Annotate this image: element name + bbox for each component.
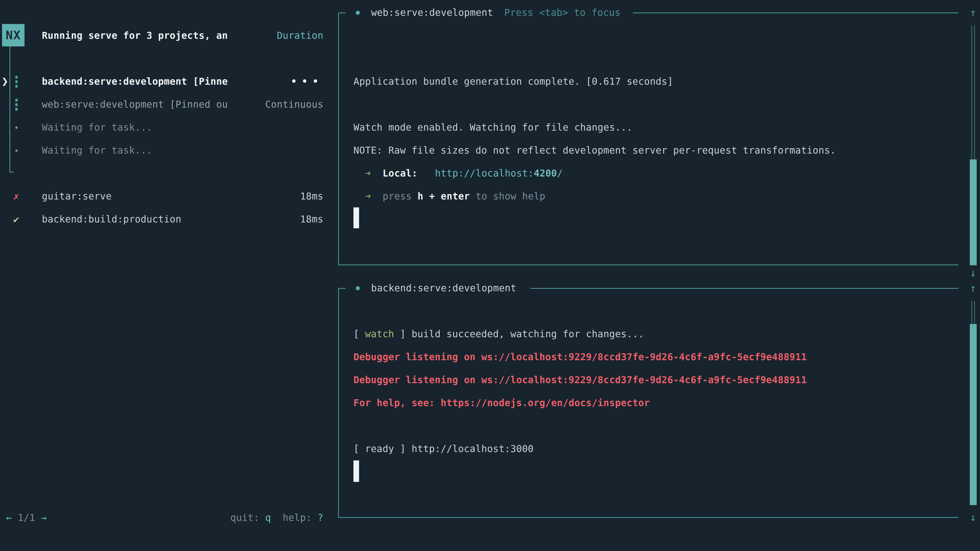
press-keys: h + enter bbox=[417, 191, 470, 202]
task-label: guitar:serve bbox=[42, 189, 111, 204]
watch-tag: watch bbox=[365, 329, 394, 340]
page-next-arrow[interactable]: → bbox=[41, 512, 47, 523]
task-label: web:serve:development [Pinned ou bbox=[42, 97, 228, 112]
duration-column-header: Duration bbox=[277, 28, 323, 43]
pane-status-dot-icon bbox=[356, 11, 360, 15]
running-spinner-icon: ••• bbox=[291, 74, 323, 89]
task-label: backend:build:production bbox=[42, 212, 181, 227]
scrollbar-thumb[interactable] bbox=[970, 159, 977, 265]
log-line-local-url: ➜ Local: http://localhost:4200/ bbox=[365, 166, 563, 181]
waiting-bullet-icon bbox=[15, 127, 18, 129]
log-line-watch-succeeded: [ watch ] build succeeded, watching for … bbox=[353, 327, 644, 342]
local-url-base[interactable]: http://localhost: bbox=[435, 168, 534, 179]
task-status: Continuous bbox=[265, 97, 323, 112]
task-duration: 18ms bbox=[300, 212, 323, 227]
sidebar-header: Running serve for 3 projects, an Duratio… bbox=[0, 28, 338, 43]
task-row-waiting-2[interactable]: Waiting for task... bbox=[0, 143, 338, 158]
task-row-waiting-1[interactable]: Waiting for task... bbox=[0, 120, 338, 135]
prompt-arrow-icon: ➜ bbox=[365, 191, 371, 202]
border-tick bbox=[339, 288, 345, 289]
scroll-down-arrow[interactable]: ↓ bbox=[967, 510, 979, 525]
focus-hint: Press <tab> to focus bbox=[504, 5, 620, 21]
scrollbar-track[interactable] bbox=[971, 25, 975, 159]
pane-title-bar: web:serve:development Press <tab> to foc… bbox=[339, 5, 958, 21]
sidebar-footer: ← 1/1 → quit: q help: ? bbox=[0, 510, 338, 526]
border-tick bbox=[339, 13, 345, 13]
quit-key[interactable]: q bbox=[265, 512, 271, 523]
scroll-up-arrow[interactable]: ↑ bbox=[967, 281, 979, 296]
scroll-down-arrow[interactable]: ↓ bbox=[967, 265, 979, 281]
log-line-note: NOTE: Raw file sizes do not reflect deve… bbox=[353, 143, 836, 158]
pane-title-bar: backend:serve:development bbox=[339, 281, 958, 296]
keybind-hints: quit: q help: ? bbox=[231, 510, 323, 526]
press-suffix: to show help bbox=[470, 191, 546, 202]
pinned-indicator-icon bbox=[15, 76, 18, 88]
scroll-up-arrow[interactable]: ↑ bbox=[967, 5, 979, 21]
run-summary-title: Running serve for 3 projects, an bbox=[42, 28, 228, 43]
task-row-backend-build[interactable]: ✔ backend:build:production 18ms bbox=[0, 212, 338, 227]
scrollbar-track[interactable] bbox=[971, 301, 975, 324]
task-label: Waiting for task... bbox=[42, 143, 152, 158]
task-duration: 18ms bbox=[300, 189, 323, 204]
pinned-indicator-icon bbox=[15, 99, 18, 111]
failed-x-icon: ✗ bbox=[13, 189, 19, 204]
prompt-arrow-icon: ➜ bbox=[365, 168, 371, 179]
terminal-pane-backend-serve[interactable]: backend:serve:development [ watch ] buil… bbox=[338, 288, 958, 518]
press-prefix: press bbox=[383, 191, 417, 202]
task-row-guitar-serve[interactable]: ✗ guitar:serve 18ms bbox=[0, 189, 338, 204]
success-check-icon: ✔ bbox=[13, 212, 19, 227]
watch-message: build succeeded, watching for changes... bbox=[412, 329, 644, 340]
bracket-close: ] bbox=[394, 329, 411, 340]
bracket-open: [ bbox=[353, 329, 365, 340]
terminal-pane-web-serve[interactable]: web:serve:development Press <tab> to foc… bbox=[338, 13, 958, 265]
pagination: ← 1/1 → bbox=[6, 510, 47, 526]
log-line-debugger-2: Debugger listening on ws://localhost:922… bbox=[353, 372, 807, 388]
help-key[interactable]: ? bbox=[318, 512, 323, 523]
page-prev-arrow[interactable]: ← bbox=[6, 512, 12, 523]
border-line bbox=[633, 13, 958, 13]
log-line-help-hint: ➜ press h + enter to show help bbox=[365, 189, 546, 204]
local-url-port[interactable]: 4200 bbox=[534, 168, 557, 179]
help-label: help: bbox=[283, 512, 312, 523]
waiting-bullet-icon bbox=[15, 149, 18, 152]
task-row-web-serve[interactable]: web:serve:development [Pinned ou Continu… bbox=[0, 97, 338, 112]
page-indicator: 1/1 bbox=[18, 512, 35, 523]
local-label: Local: bbox=[383, 168, 417, 179]
terminal-cursor bbox=[353, 460, 359, 482]
local-url-slash[interactable]: / bbox=[557, 168, 563, 179]
log-line-watch-mode: Watch mode enabled. Watching for file ch… bbox=[353, 120, 632, 135]
quit-label: quit: bbox=[231, 512, 259, 523]
border-line bbox=[530, 288, 958, 289]
task-label: Waiting for task... bbox=[42, 120, 152, 135]
log-line-inspector-help: For help, see: https://nodejs.org/en/doc… bbox=[353, 395, 650, 411]
log-line-ready: [ ready ] http://localhost:3000 bbox=[353, 441, 534, 457]
nx-tui-screen: NX Running serve for 3 projects, an Dura… bbox=[0, 0, 980, 551]
task-row-backend-serve[interactable]: ❯ backend:serve:development [Pinne ••• bbox=[0, 74, 338, 89]
pane-status-dot-icon bbox=[356, 286, 360, 290]
task-label: backend:serve:development [Pinne bbox=[42, 74, 228, 89]
scrollbar-thumb[interactable] bbox=[970, 324, 977, 505]
terminal-cursor bbox=[353, 207, 359, 228]
pane-title: web:serve:development bbox=[371, 5, 493, 21]
log-line-bundle-complete: Application bundle generation complete. … bbox=[353, 74, 673, 89]
pane-title: backend:serve:development bbox=[371, 281, 516, 296]
log-line-debugger-1: Debugger listening on ws://localhost:922… bbox=[353, 349, 807, 365]
selected-chevron-icon: ❯ bbox=[2, 73, 8, 89]
